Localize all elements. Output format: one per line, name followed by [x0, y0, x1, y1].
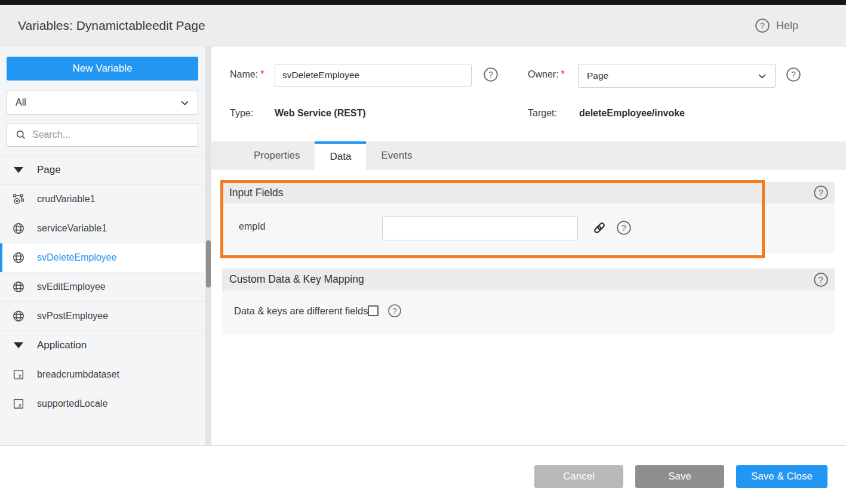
svg-text:?: ? [819, 275, 823, 285]
sidebar-group-application[interactable]: Application [0, 330, 205, 360]
search-input[interactable] [32, 129, 192, 140]
variables-sidebar: New Variable All Page crudVariable1 [0, 47, 211, 445]
type-value: Web Service (REST) [275, 108, 366, 119]
owner-selected-value: Page [587, 70, 756, 81]
sidebar-item-sveditemployee[interactable]: svEditEmployee [0, 272, 205, 301]
sidebar-group-page[interactable]: Page [0, 155, 205, 184]
sidebar-item-servicevariable1[interactable]: serviceVariable1 [0, 214, 205, 243]
target-value: deleteEmployee/invoke [579, 108, 685, 119]
tab-events[interactable]: Events [366, 141, 427, 170]
svg-text:?: ? [622, 223, 626, 233]
input-fields-header: Input Fields ? [222, 182, 835, 203]
tab-properties[interactable]: Properties [239, 141, 315, 170]
new-variable-button[interactable]: New Variable [7, 57, 198, 81]
input-fields-body: empId ? [222, 203, 835, 253]
help-label: Help [776, 20, 798, 32]
type-label: Type: [230, 108, 253, 119]
bind-link-icon[interactable] [592, 221, 607, 235]
variable-label: serviceVariable1 [37, 223, 107, 234]
help-icon: ? [755, 18, 770, 33]
sidebar-item-crudvariable1[interactable]: crudVariable1 [0, 184, 205, 214]
variable-detail-panel: Name:* ? Owner:* Page ? Type: Web Servic… [211, 47, 846, 445]
section-help-icon[interactable]: ? [813, 185, 829, 200]
section-title: Custom Data & Key Mapping [229, 273, 364, 286]
sidebar-item-breadcrumbdataset[interactable]: x breadcrumbdataset [0, 360, 205, 389]
custom-mapping-header: Custom Data & Key Mapping ? [222, 268, 835, 290]
cancel-button[interactable]: Cancel [534, 465, 623, 488]
globe-icon [12, 251, 25, 264]
section-title: Input Fields [229, 187, 283, 199]
svg-text:?: ? [393, 307, 397, 316]
chevron-down-icon [756, 70, 768, 82]
variable-label: breadcrumbdataset [37, 369, 119, 380]
name-input[interactable] [275, 64, 472, 86]
target-label: Target: [528, 108, 557, 119]
tab-bar: Properties Data Events [211, 141, 846, 170]
save-and-close-button[interactable]: Save & Close [736, 465, 827, 488]
globe-icon [12, 222, 25, 235]
checkbox-label: Data & keys are different fields [234, 305, 368, 317]
input-fields-section: Input Fields ? empId ? [222, 182, 835, 253]
globe-icon [12, 310, 25, 323]
group-label: Page [37, 164, 61, 176]
chevron-down-icon [179, 97, 190, 109]
sidebar-scrollbar-thumb[interactable] [206, 240, 211, 287]
collapse-triangle-icon [14, 167, 23, 173]
variable-search-box [7, 123, 198, 147]
variable-list: Page crudVariable1 serviceVariable1 svDe… [0, 155, 205, 418]
svg-text:x: x [18, 402, 22, 409]
empid-help-icon[interactable]: ? [616, 220, 632, 236]
svg-text:?: ? [760, 21, 765, 30]
variable-label: svDeleteEmployee [37, 252, 116, 263]
background-app-strip [0, 0, 846, 5]
model-variable-icon: x [12, 368, 25, 381]
required-marker: * [260, 69, 264, 79]
sidebar-item-svpostemployee[interactable]: svPostEmployee [0, 301, 205, 330]
svg-text:?: ? [791, 70, 796, 79]
sidebar-scrollbar-track[interactable] [205, 47, 211, 445]
sidebar-item-supportedlocale[interactable]: x supportedLocale [0, 389, 205, 418]
variable-label: svPostEmployee [37, 311, 108, 321]
svg-text:?: ? [488, 70, 493, 79]
collapse-triangle-icon [14, 342, 23, 348]
required-marker: * [561, 69, 565, 79]
model-variable-icon: x [12, 397, 25, 410]
svg-text:x: x [18, 373, 22, 379]
dialog-title: Variables: Dynamictableedit Page [18, 5, 205, 47]
tab-data[interactable]: Data [315, 141, 366, 170]
owner-label: Owner:* [528, 69, 565, 80]
globe-icon [12, 280, 25, 293]
empid-input[interactable] [382, 217, 578, 240]
crud-variable-icon [12, 193, 25, 206]
search-icon [15, 129, 27, 141]
dialog-header: Variables: Dynamictableedit Page ? Help [0, 5, 846, 47]
help-button[interactable]: ? Help [755, 5, 798, 47]
owner-help-icon[interactable]: ? [786, 67, 801, 82]
custom-mapping-body: Data & keys are different fields ? [222, 290, 835, 334]
owner-select[interactable]: Page [578, 64, 776, 88]
variable-filter-select[interactable]: All [7, 91, 198, 115]
dialog-footer: Cancel Save Save & Close [0, 445, 846, 504]
filter-selected-value: All [16, 97, 179, 108]
section-help-icon[interactable]: ? [813, 272, 829, 287]
svg-text:?: ? [819, 188, 823, 197]
variables-dialog: Variables: Dynamictableedit Page ? Help … [0, 0, 846, 504]
custom-mapping-section: Custom Data & Key Mapping ? Data & keys … [222, 268, 835, 334]
name-label: Name:* [230, 69, 264, 80]
checkbox-help-icon[interactable]: ? [387, 304, 402, 318]
save-button[interactable]: Save [635, 465, 724, 488]
name-help-icon[interactable]: ? [483, 67, 499, 82]
variable-label: supportedLocale [37, 398, 107, 409]
sidebar-item-svdeleteemployee[interactable]: svDeleteEmployee [0, 243, 205, 272]
variable-label: svEditEmployee [37, 282, 106, 292]
variable-label: crudVariable1 [37, 194, 96, 205]
empid-label: empId [239, 221, 265, 232]
data-keys-checkbox[interactable] [368, 305, 379, 316]
group-label: Application [37, 339, 87, 351]
